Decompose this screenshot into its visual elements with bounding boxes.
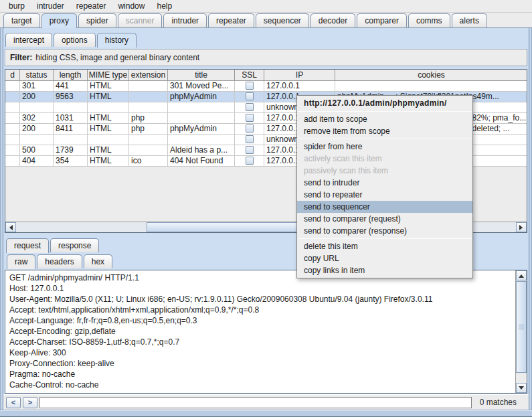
cell-title: 301 Moved Pe...	[168, 81, 235, 91]
menu-remove-item-from-scope[interactable]: remove item from scope	[297, 125, 472, 137]
cell-status: 500	[20, 145, 54, 155]
column-header-cookies[interactable]: cookies	[335, 70, 527, 80]
column-header-length[interactable]: length	[54, 70, 88, 80]
table-row[interactable]: 301441HTML301 Moved Pe...127.0.0.1	[5, 81, 527, 92]
menu-burp[interactable]: burp	[3, 1, 31, 11]
request-line: Keep-Alive: 300	[9, 347, 511, 358]
table-header: dstatuslengthMIME typeextensiontitleSSLI…	[5, 70, 527, 81]
menu-send-to-comparer-response[interactable]: send to comparer (response)	[297, 225, 472, 237]
tab-hex[interactable]: hex	[84, 254, 112, 268]
menu-copy-url[interactable]: copy URL	[297, 252, 472, 264]
menu-repeater[interactable]: repeater	[70, 1, 112, 11]
column-header-ip[interactable]: IP	[264, 70, 335, 80]
cell-title	[168, 102, 235, 112]
menu-delete-this-item[interactable]: delete this item	[297, 240, 472, 252]
cell-length: 9563	[54, 92, 88, 102]
ssl-checkbox[interactable]	[246, 114, 254, 122]
filter-label: Filter:	[10, 53, 32, 62]
column-header-extension[interactable]: extension	[129, 70, 168, 80]
request-editor: GET /admin/phpmyadmin/ HTTP/1.1Host: 127…	[5, 270, 527, 394]
tab-scanner[interactable]: scanner	[118, 13, 163, 27]
scroll-down-button[interactable]	[516, 383, 527, 393]
menu-help[interactable]: help	[151, 1, 178, 11]
menu-window[interactable]: window	[112, 1, 151, 11]
column-header-d[interactable]: d	[5, 70, 20, 80]
cell-ssl	[235, 113, 264, 123]
ssl-checkbox[interactable]	[246, 135, 254, 143]
ssl-checkbox[interactable]	[246, 157, 254, 165]
ssl-checkbox[interactable]	[246, 124, 254, 133]
menu-copy-links-in-item[interactable]: copy links in item	[297, 264, 472, 276]
vertical-scrollbar-thumb[interactable]	[516, 281, 527, 373]
tab-spider[interactable]: spider	[78, 13, 116, 27]
request-text[interactable]: GET /admin/phpmyadmin/ HTTP/1.1Host: 127…	[5, 270, 515, 393]
tab-request[interactable]: request	[6, 238, 49, 253]
subtab-options[interactable]: options	[54, 33, 96, 47]
tab-sequencer[interactable]: sequencer	[256, 13, 309, 27]
tab-decoder[interactable]: decoder	[311, 13, 355, 27]
menu-header-url: http://127.0.0.1/admin/phpmyadmin/	[297, 96, 472, 110]
previous-match-button[interactable]: <	[6, 397, 21, 408]
menu-separator	[298, 139, 472, 139]
subtab-intercept[interactable]: intercept	[5, 33, 52, 47]
cell-mime-type	[88, 102, 129, 112]
ssl-checkbox[interactable]	[246, 92, 254, 100]
ssl-checkbox[interactable]	[246, 146, 254, 154]
ssl-checkbox[interactable]	[246, 103, 254, 111]
cell-ssl	[235, 102, 264, 112]
column-header-mime-type[interactable]: MIME type	[88, 70, 129, 80]
scroll-up-button[interactable]	[516, 270, 527, 280]
request-line: Host: 127.0.0.1	[9, 283, 511, 294]
menu-intruder[interactable]: intruder	[31, 1, 70, 11]
tab-headers[interactable]: headers	[37, 254, 82, 268]
request-line: Accept-Encoding: gzip,deflate	[9, 326, 511, 337]
menu-send-to-sequencer[interactable]: send to sequencer	[297, 201, 472, 213]
menu-send-to-comparer-request[interactable]: send to comparer (request)	[297, 213, 472, 225]
tab-raw[interactable]: raw	[7, 254, 35, 269]
filter-bar[interactable]: Filter:hiding CSS, image and general bin…	[5, 49, 527, 66]
column-header-status[interactable]: status	[20, 70, 54, 80]
cell-extension: php	[129, 113, 168, 123]
tab-comparer[interactable]: comparer	[357, 13, 407, 27]
tab-repeater[interactable]: repeater	[208, 13, 254, 27]
menu-spider-from-here[interactable]: spider from here	[297, 141, 472, 153]
window-border-right	[529, 28, 532, 417]
scroll-right-button[interactable]	[516, 222, 527, 232]
column-header-ssl[interactable]: SSL	[235, 70, 264, 80]
cell-ssl	[235, 92, 264, 102]
column-header-title[interactable]: title	[168, 70, 235, 80]
cell-id	[5, 92, 20, 102]
tab-response[interactable]: response	[50, 238, 99, 252]
right-arrow-icon	[519, 225, 525, 230]
menu-send-to-intruder[interactable]: send to intruder	[297, 177, 472, 189]
context-menu: http://127.0.0.1/admin/phpmyadmin/add it…	[296, 95, 473, 278]
vertical-scrollbar[interactable]	[515, 270, 527, 393]
request-line: User-Agent: Mozilla/5.0 (X11; U; Linux i…	[9, 294, 511, 305]
cell-title: Aldeid has a p...	[168, 145, 235, 155]
menu-send-to-repeater[interactable]: send to repeater	[297, 189, 472, 201]
request-line: Pragma: no-cache	[9, 369, 511, 380]
filter-text: hiding CSS, image and general binary con…	[35, 53, 199, 62]
tab-proxy[interactable]: proxy	[41, 13, 77, 28]
scroll-left-button[interactable]	[5, 222, 16, 232]
menu-separator	[298, 111, 472, 112]
main-tab-strip: targetproxyspiderscannerintruderrepeater…	[0, 13, 532, 28]
search-input[interactable]	[39, 397, 472, 408]
cell-length: 8411	[54, 124, 88, 134]
subtab-history[interactable]: history	[97, 33, 137, 48]
cell-title	[168, 113, 235, 123]
cell-mime-type: HTML	[88, 156, 129, 166]
horizontal-scrollbar-thumb[interactable]	[147, 222, 315, 232]
cell-id	[5, 81, 20, 91]
tab-intruder[interactable]: intruder	[163, 13, 207, 27]
menu-add-item-to-scope[interactable]: add item to scope	[297, 113, 472, 125]
cell-id	[5, 124, 20, 134]
next-match-button[interactable]: >	[23, 397, 37, 408]
cell-mime-type: HTML	[88, 113, 129, 123]
tab-alerts[interactable]: alerts	[452, 13, 487, 27]
tab-target[interactable]: target	[3, 13, 40, 27]
tab-comms[interactable]: comms	[408, 13, 450, 27]
cell-title	[168, 135, 235, 145]
match-count: 0 matches	[472, 398, 526, 407]
ssl-checkbox[interactable]	[246, 82, 254, 90]
